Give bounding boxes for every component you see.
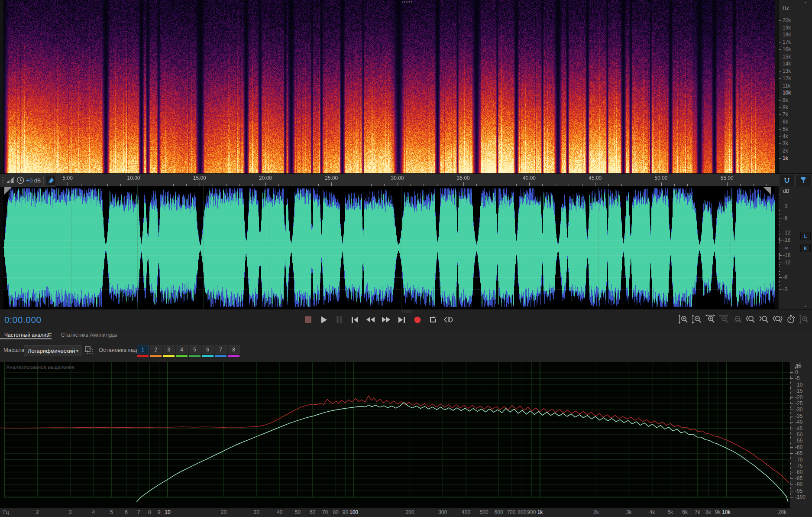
plot-db-tick bbox=[790, 398, 791, 399]
timeline-ruler[interactable]: +0dB 5:0010:0015:0020:0025:0030:0035:004… bbox=[0, 173, 812, 186]
zoom-to-in-point-button[interactable] bbox=[745, 314, 756, 325]
divider bbox=[43, 176, 44, 185]
playhead-time-display[interactable]: 0:00.000 bbox=[4, 315, 42, 325]
copy-snapshot-button[interactable] bbox=[85, 346, 93, 354]
db-tick bbox=[779, 248, 782, 248]
skip-selection-icon bbox=[444, 317, 453, 322]
skip-to-end-button[interactable] bbox=[396, 314, 408, 325]
frame-hold-button-1[interactable]: 1 bbox=[137, 345, 149, 357]
plot-db-tick bbox=[790, 450, 791, 450]
skip-to-start-button[interactable] bbox=[349, 314, 361, 325]
zoom-in-time-button[interactable] bbox=[705, 314, 715, 325]
db-tick bbox=[779, 233, 782, 233]
amplitude-scale[interactable]: dB L K ▴ -3-3-6-6-12-12-18-18-∞ bbox=[778, 186, 812, 309]
plot-db-tick bbox=[790, 463, 791, 464]
panel-drag-handle[interactable] bbox=[402, 1, 413, 3]
frame-hold-button-5[interactable]: 5 bbox=[189, 345, 201, 357]
frame-hold-button-3[interactable]: 3 bbox=[163, 345, 175, 357]
zoom-out-amplitude-button[interactable] bbox=[692, 314, 702, 325]
frame-hold-button-2[interactable]: 2 bbox=[150, 345, 162, 357]
marker-pin-button[interactable] bbox=[796, 175, 811, 186]
chevron-down-icon: ▼ bbox=[75, 348, 80, 353]
record-button[interactable] bbox=[411, 314, 423, 325]
fast-forward-button[interactable] bbox=[380, 314, 392, 325]
pause-button[interactable] bbox=[333, 314, 345, 325]
loop-playback-button[interactable] bbox=[427, 314, 439, 325]
channel-k-button[interactable]: K bbox=[800, 244, 811, 252]
db-tick bbox=[779, 227, 780, 227]
db-tick-label: -3 bbox=[783, 203, 788, 209]
zoom-to-out-point-icon bbox=[759, 315, 769, 324]
plot-db-label: -50 bbox=[795, 432, 802, 438]
plot-db-tick bbox=[790, 412, 791, 413]
frame-hold-button-7[interactable]: 7 bbox=[215, 345, 226, 357]
scale-select[interactable]: Логарифмический ▼ bbox=[24, 345, 81, 356]
freq-tick bbox=[779, 71, 781, 72]
plot-db-label: 0 bbox=[795, 369, 798, 375]
waveform-display[interactable] bbox=[3, 186, 775, 309]
zoom-out-full-button[interactable] bbox=[732, 314, 742, 325]
panel-drag-handle[interactable] bbox=[402, 310, 413, 312]
refresh-zoom-button[interactable] bbox=[786, 314, 796, 325]
gain-display[interactable]: +0dB bbox=[26, 177, 41, 184]
db-tick bbox=[779, 260, 780, 260]
spectrogram-panel: ▾ Hz 20k19k18k17k16k15k14k13k12k11k10k9k… bbox=[0, 0, 812, 173]
db-tick bbox=[779, 295, 780, 295]
db-tick bbox=[779, 254, 780, 254]
frame-hold-button-4[interactable]: 4 bbox=[176, 345, 188, 357]
plot-db-label: -80 bbox=[795, 469, 802, 475]
panel-grip-icon[interactable] bbox=[1, 177, 4, 184]
db-tick bbox=[779, 195, 780, 195]
zoom-reset-button[interactable] bbox=[799, 314, 809, 325]
plot-db-tick bbox=[790, 382, 791, 383]
clock-icon[interactable] bbox=[16, 176, 24, 184]
rewind-button[interactable] bbox=[365, 314, 376, 325]
frequency-plot[interactable] bbox=[0, 362, 789, 508]
zoom-in-amplitude-button[interactable] bbox=[678, 314, 689, 325]
freq-tick-label: 20k bbox=[783, 17, 791, 23]
tab-amplitude-statistics[interactable]: Статистика Амплитуды bbox=[61, 332, 117, 338]
scale-select-value: Логарифмический bbox=[28, 348, 75, 354]
copy-icon bbox=[85, 346, 93, 354]
scroll-down-icon[interactable]: ▴ bbox=[805, 304, 806, 308]
db-tick bbox=[779, 285, 780, 286]
stop-button[interactable] bbox=[302, 314, 314, 325]
db-tick bbox=[779, 231, 780, 231]
snap-magnet-button[interactable] bbox=[780, 175, 794, 186]
freq-tick bbox=[779, 107, 781, 108]
zoom-to-selection-button[interactable] bbox=[772, 314, 783, 325]
plot-db-scale[interactable]: дБ 0-5-10-15-20-25-30-35-40-45-50-55-60-… bbox=[789, 362, 812, 508]
plot-db-tick bbox=[790, 423, 791, 424]
fade-out-handle[interactable] bbox=[763, 187, 771, 195]
zoom-out-time-button[interactable] bbox=[718, 314, 729, 325]
frame-hold-button-8[interactable]: 8 bbox=[228, 345, 239, 357]
plot-db-tick bbox=[790, 460, 793, 460]
frame-hold-button-6[interactable]: 6 bbox=[202, 345, 214, 357]
freq-tick-label: 8k bbox=[783, 104, 788, 111]
plot-db-label: -70 bbox=[795, 457, 802, 463]
tab-frequency-analysis[interactable]: Частотный анализ bbox=[4, 332, 49, 338]
snap-pin-button[interactable] bbox=[46, 176, 55, 185]
channel-l-button[interactable]: L bbox=[800, 232, 811, 240]
frequency-axis-label: 600 bbox=[495, 509, 503, 515]
freq-tick bbox=[779, 158, 781, 159]
zoom-to-out-point-button[interactable] bbox=[759, 314, 769, 325]
plot-db-tick bbox=[790, 487, 791, 488]
frequency-scale[interactable]: ▾ Hz 20k19k18k17k16k15k14k13k12k11k10k9k… bbox=[778, 0, 812, 173]
level-meter-icon[interactable] bbox=[7, 177, 14, 183]
frequency-axis-label: 900 bbox=[527, 509, 536, 515]
panel-menu-icon[interactable]: ☰ bbox=[47, 332, 52, 338]
play-icon bbox=[320, 316, 327, 323]
scroll-up-icon[interactable]: ▾ bbox=[805, 0, 806, 4]
spectrogram-display[interactable] bbox=[3, 0, 775, 173]
timeline-label: 30:00 bbox=[391, 175, 404, 181]
play-button[interactable] bbox=[318, 314, 330, 325]
db-tick bbox=[779, 254, 780, 255]
skip-selection-button[interactable] bbox=[443, 314, 454, 325]
timeline-label: 15:00 bbox=[193, 175, 206, 181]
frame-hold-color-bar bbox=[176, 355, 188, 357]
frame-hold-color-bar bbox=[150, 355, 162, 357]
plot-db-label: -25 bbox=[795, 400, 802, 406]
frequency-axis-label: 10 bbox=[165, 509, 170, 515]
fade-in-handle[interactable] bbox=[4, 187, 12, 195]
